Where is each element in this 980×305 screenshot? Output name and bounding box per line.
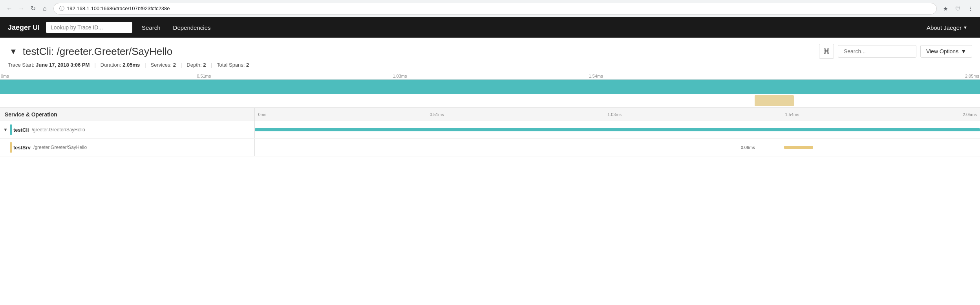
total-spans-label: Total Spans:: [217, 62, 245, 68]
about-jaeger-label: About Jaeger: [927, 24, 962, 31]
span-timeline-td-testsrv: 0.06ms: [255, 139, 980, 156]
span-bar-testsrv: [784, 146, 813, 149]
span-color-bar-testcli: [10, 124, 12, 135]
search-link[interactable]: Search: [135, 21, 167, 34]
span-duration-label-testsrv: 0.06ms: [741, 145, 755, 150]
spans-table-wrapper: Service & Operation 0ms 0.51ms 1.03ms 1.…: [0, 108, 980, 156]
trace-title-row: ▼ testCli: /greeter.Greeter/SayHello ⌘ V…: [8, 44, 972, 59]
table-row: ▼ testCli /greeter.Greeter/SayHello: [0, 121, 980, 139]
span-service-td-testsrv: testSrv /greeter.Greeter/SayHello: [0, 139, 255, 156]
sep2: |: [144, 62, 146, 68]
navbar-right: About Jaeger ▼: [922, 21, 972, 34]
timeline-second-row: [0, 94, 980, 108]
depth-value: 2: [203, 62, 206, 68]
th-tick-0: 0ms: [258, 112, 266, 117]
spans-table-body: ▼ testCli /greeter.Greeter/SayHello: [0, 121, 980, 156]
trace-collapse-button[interactable]: ▼: [8, 47, 19, 56]
trace-title-left: ▼ testCli: /greeter.Greeter/SayHello: [8, 45, 172, 58]
spans-table-head: Service & Operation 0ms 0.51ms 1.03ms 1.…: [0, 108, 980, 121]
trace-lookup-input[interactable]: [46, 22, 132, 33]
th-tick-2: 1.03ms: [607, 112, 622, 117]
th-timeline: 0ms 0.51ms 1.03ms 1.54ms 2.05ms: [255, 108, 980, 121]
depth-label: Depth:: [186, 62, 201, 68]
th-tick-3: 1.54ms: [785, 112, 799, 117]
about-chevron-icon: ▼: [963, 25, 967, 30]
span-service-name-testsrv: testSrv: [13, 145, 31, 151]
duration-label: Duration:: [101, 62, 121, 68]
span-operation-testsrv: /greeter.Greeter/SayHello: [33, 145, 87, 150]
trace-title-right: ⌘ View Options ▼: [819, 44, 972, 59]
browser-nav-buttons: ← → ↻ ⌂: [5, 4, 49, 13]
address-bar[interactable]: ⓘ 192.168.1.100:16686/trace/107bf923fcfc…: [53, 3, 937, 15]
tick-1: 0.51ms: [196, 74, 392, 78]
span-collapse-button-testcli[interactable]: ▼: [2, 127, 9, 133]
sep1: |: [94, 62, 95, 68]
trace-search-input[interactable]: [838, 45, 916, 58]
url-text: 192.168.1.100:16686/trace/107bf923fcfc23…: [67, 5, 931, 11]
view-options-button[interactable]: View Options ▼: [920, 45, 972, 58]
navbar-brand: Jaeger UI: [8, 24, 40, 32]
bookmark-button[interactable]: ★: [941, 4, 950, 13]
timeline-overview-ticks: 0ms 0.51ms 1.03ms 1.54ms 2.05ms: [0, 72, 980, 80]
reload-button[interactable]: ↻: [28, 4, 38, 13]
about-jaeger-button[interactable]: About Jaeger ▼: [922, 21, 972, 34]
browser-chrome: ← → ↻ ⌂ ⓘ 192.168.1.100:16686/trace/107b…: [0, 0, 980, 17]
span-service-td-testcli: ▼ testCli /greeter.Greeter/SayHello: [0, 121, 255, 139]
span-color-bar-testsrv: [10, 142, 12, 153]
tick-0: 0ms: [0, 74, 196, 78]
info-icon: ⓘ: [59, 5, 64, 12]
sep4: |: [211, 62, 212, 68]
span-operation-testcli: /greeter.Greeter/SayHello: [32, 127, 85, 133]
timeline-teal-bar[interactable]: [0, 80, 980, 94]
cmd-icon: ⌘: [823, 47, 830, 56]
span-bar-testcli: [255, 128, 980, 131]
service-cell-testsrv: testSrv /greeter.Greeter/SayHello: [2, 142, 252, 153]
tick-4: 2.05ms: [784, 74, 980, 78]
sep3: |: [181, 62, 182, 68]
trace-title: testCli: /greeter.Greeter/SayHello: [23, 45, 173, 58]
tick-2: 1.03ms: [392, 74, 588, 78]
shield-button[interactable]: 🛡: [953, 4, 963, 13]
trace-start-value: June 17, 2018 3:06 PM: [36, 62, 90, 68]
services-label: Services:: [151, 62, 172, 68]
service-cell-testcli: ▼ testCli /greeter.Greeter/SayHello: [2, 124, 252, 135]
spans-header-row: Service & Operation 0ms 0.51ms 1.03ms 1.…: [0, 108, 980, 121]
timeline-bar-full: [0, 80, 980, 94]
tick-3: 1.54ms: [588, 74, 784, 78]
table-row: testSrv /greeter.Greeter/SayHello 0.06ms: [0, 139, 980, 156]
timeline-overview: 0ms 0.51ms 1.03ms 1.54ms 2.05ms: [0, 72, 980, 108]
menu-button[interactable]: ⋮: [966, 4, 975, 13]
trace-header: ▼ testCli: /greeter.Greeter/SayHello ⌘ V…: [0, 38, 980, 68]
home-button[interactable]: ⌂: [40, 4, 49, 13]
total-spans-value: 2: [246, 62, 249, 68]
duration-value: 2.05ms: [122, 62, 140, 68]
span-service-name-testcli: testCli: [13, 127, 29, 133]
th-tick-4: 2.05ms: [963, 112, 977, 117]
trace-meta: Trace Start: June 17, 2018 3:06 PM | Dur…: [8, 62, 972, 68]
th-ticks: 0ms 0.51ms 1.03ms 1.54ms 2.05ms: [255, 112, 980, 117]
view-options-label: View Options: [926, 48, 958, 54]
back-button[interactable]: ←: [5, 4, 14, 13]
th-tick-1: 0.51ms: [430, 112, 444, 117]
timeline-yellow-block: [755, 95, 794, 106]
th-service-operation: Service & Operation: [0, 108, 255, 121]
spans-table: Service & Operation 0ms 0.51ms 1.03ms 1.…: [0, 108, 980, 156]
navbar-links: Search Dependencies: [135, 21, 217, 34]
services-value: 2: [173, 62, 176, 68]
forward-button[interactable]: →: [16, 4, 26, 13]
trace-start-label: Trace Start:: [8, 62, 34, 68]
navbar: Jaeger UI Search Dependencies About Jaeg…: [0, 17, 980, 38]
jaeger-app: Jaeger UI Search Dependencies About Jaeg…: [0, 17, 980, 156]
browser-actions: ★ 🛡 ⋮: [941, 4, 975, 13]
span-timeline-td-testcli: [255, 121, 980, 139]
view-options-chevron-icon: ▼: [961, 48, 966, 54]
keyboard-shortcut-button[interactable]: ⌘: [819, 44, 834, 59]
dependencies-link[interactable]: Dependencies: [167, 21, 217, 34]
